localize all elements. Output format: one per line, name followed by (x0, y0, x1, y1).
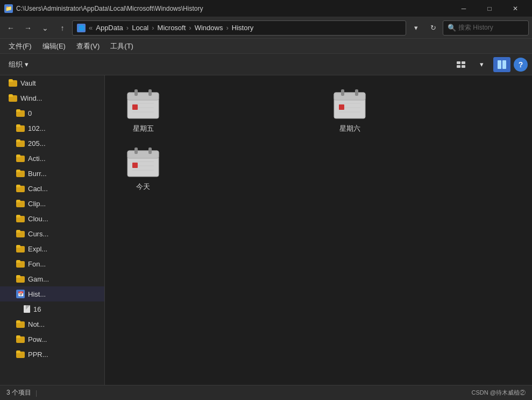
toolbar-right: ▾ ? (452, 57, 528, 72)
folder-friday[interactable]: 星期五 (114, 84, 173, 138)
menu-edit[interactable]: 编辑(E) (38, 40, 70, 53)
sidebar-label-not: Not... (28, 320, 45, 328)
forward-button[interactable]: → (20, 20, 36, 36)
back-button[interactable]: ← (3, 20, 18, 36)
svg-rect-8 (134, 89, 138, 96)
view-toggle-button[interactable] (493, 57, 510, 72)
sidebar-item-curs[interactable]: Curs... (0, 226, 104, 241)
folder-icon (16, 275, 25, 283)
search-placeholder: 搜索 History (458, 23, 493, 32)
sidebar-item-wind[interactable]: Wind... (0, 90, 104, 106)
sidebar-label-expl: Expl... (28, 245, 47, 253)
address-bar: ← → ⌄ ↑ 🌐 « AppData › Local › Microsoft … (0, 17, 532, 39)
sidebar-item-0[interactable]: 0 (0, 106, 104, 121)
sidebar-item-16[interactable]: 16 (0, 301, 104, 317)
folder-icon (9, 94, 17, 102)
up-button[interactable]: ↑ (55, 20, 70, 36)
sidebar-item-ppr[interactable]: PPR... (0, 347, 104, 362)
sidebar-label-2056: 205... (28, 139, 46, 148)
sidebar-item-hist[interactable]: 📅 Hist... (0, 286, 104, 301)
sidebar-item-not[interactable]: Not... (0, 317, 104, 332)
sidebar-label-clip: Clip... (28, 200, 46, 208)
svg-rect-16 (341, 89, 344, 96)
sidebar-item-cacl[interactable]: Cacl... (0, 181, 104, 196)
sidebar: Vault Wind... 0 102... 205... Acti... (0, 75, 105, 385)
calendar-icon-saturday (334, 88, 366, 121)
minimize-button[interactable]: ─ (451, 0, 476, 17)
dropdown-button[interactable]: ▾ (408, 20, 423, 36)
search-box[interactable]: 🔍 搜索 History (443, 20, 529, 36)
help-button[interactable]: ? (514, 58, 528, 72)
sidebar-label-1024: 102... (28, 124, 46, 132)
folder-icon (16, 200, 25, 207)
address-box[interactable]: 🌐 « AppData › Local › Microsoft › Window… (72, 20, 406, 36)
recent-locations-button[interactable]: ⌄ (38, 20, 53, 36)
sidebar-item-gam[interactable]: Gam... (0, 271, 104, 286)
maximize-button[interactable]: □ (477, 0, 502, 17)
svg-rect-15 (334, 93, 365, 100)
sidebar-item-vault[interactable]: Vault (0, 75, 104, 90)
svg-rect-25 (148, 148, 152, 154)
sidebar-item-2056[interactable]: 205... (0, 136, 104, 151)
organize-button[interactable]: 组织 ▾ (4, 58, 33, 72)
title-text: C:\Users\Administrator\AppData\Local\Mic… (16, 5, 451, 12)
sidebar-label-pow: Pow... (28, 335, 47, 343)
close-button[interactable]: ✕ (503, 0, 528, 17)
sidebar-label-burr: Burr... (28, 170, 47, 178)
sidebar-item-expl[interactable]: Expl... (0, 241, 104, 256)
svg-rect-2 (457, 65, 460, 68)
sidebar-item-acti[interactable]: Acti... (0, 151, 104, 166)
folder-saturday[interactable]: 星期六 (320, 84, 379, 138)
status-bar: 3 个项目 | CSDN @待木威植② (0, 385, 532, 400)
svg-rect-9 (148, 89, 152, 96)
folder-icon (9, 79, 17, 87)
sidebar-label-ppr: PPR... (28, 350, 48, 359)
toolbar: 组织 ▾ ▾ ? (0, 54, 532, 75)
folder-icon (16, 170, 25, 177)
svg-rect-29 (132, 163, 138, 168)
svg-rect-1 (462, 61, 465, 64)
svg-rect-24 (134, 148, 138, 154)
refresh-button[interactable]: ↻ (425, 20, 441, 36)
svg-rect-7 (127, 93, 159, 100)
sidebar-item-clou[interactable]: Clou... (0, 211, 104, 226)
sidebar-item-fon[interactable]: Fon... (0, 256, 104, 271)
sidebar-item-clip[interactable]: Clip... (0, 196, 104, 211)
breadcrumb-microsoft[interactable]: Microsoft (158, 24, 186, 32)
menu-tools[interactable]: 工具(T) (106, 40, 138, 53)
sidebar-label-curs: Curs... (28, 230, 48, 238)
folder-icon (16, 350, 25, 358)
folder-icon (16, 215, 25, 222)
sidebar-item-1024[interactable]: 102... (0, 121, 104, 136)
address-right: ▾ ↻ (408, 20, 441, 36)
svg-rect-0 (457, 61, 460, 64)
content-area: 星期五 星期六 (105, 75, 532, 385)
breadcrumb-history[interactable]: History (232, 24, 253, 32)
file-icon (24, 305, 30, 313)
sidebar-label-vault: Vault (20, 79, 36, 87)
sidebar-item-pow[interactable]: Pow... (0, 332, 104, 347)
watermark: CSDN @待木威植② (472, 389, 526, 397)
view-options-button[interactable] (452, 57, 470, 72)
folder-icon (16, 260, 25, 268)
sidebar-label-16: 16 (33, 305, 41, 313)
breadcrumb-windows[interactable]: Windows (195, 24, 223, 32)
folder-today-label: 今天 (136, 182, 150, 192)
folder-today[interactable]: 今天 (114, 142, 173, 196)
breadcrumb-appdata[interactable]: AppData (96, 24, 123, 32)
folder-icon (16, 335, 25, 343)
folder-icon (16, 109, 25, 117)
calendar-icon-today (127, 146, 159, 179)
menu-file[interactable]: 文件(F) (4, 40, 36, 53)
organize-arrow: ▾ (25, 60, 29, 68)
folder-saturday-label: 星期六 (339, 124, 360, 134)
folder-icon (16, 155, 25, 162)
breadcrumb-local[interactable]: Local (132, 24, 148, 32)
sidebar-label-gam: Gam... (28, 275, 49, 283)
sidebar-item-burr[interactable]: Burr... (0, 166, 104, 181)
svg-rect-3 (462, 65, 465, 68)
view-dropdown-button[interactable]: ▾ (473, 57, 490, 72)
svg-rect-17 (355, 89, 358, 96)
sidebar-label-cacl: Cacl... (28, 185, 48, 193)
menu-view[interactable]: 查看(V) (72, 40, 104, 53)
